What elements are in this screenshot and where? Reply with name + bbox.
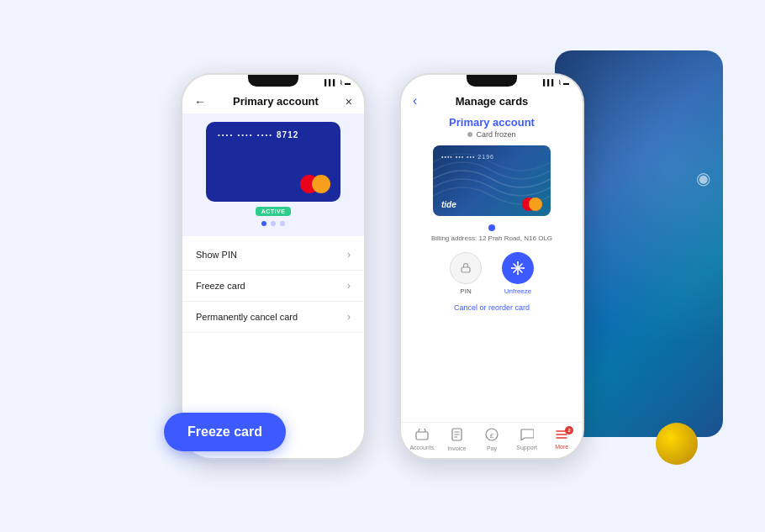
- nav-more[interactable]: 2 More: [544, 429, 579, 450]
- show-pin-item[interactable]: Show PIN ›: [182, 240, 364, 271]
- unfreeze-icon-circle: [502, 252, 534, 284]
- phone1-screen: ← Primary account × •••• •••• •••• 8712 …: [182, 88, 364, 458]
- tide-logo: tide: [441, 200, 456, 209]
- back-arrow-button[interactable]: ←: [194, 95, 206, 108]
- svg-point-8: [523, 267, 525, 269]
- mc-orange-circle: [312, 175, 330, 193]
- support-svg-icon: [520, 429, 534, 440]
- more-badge: 2: [565, 426, 573, 435]
- pay-icon: £: [485, 428, 499, 444]
- freeze-card-button[interactable]: Freeze card: [164, 413, 286, 451]
- pin-action[interactable]: PIN: [450, 252, 482, 295]
- freeze-card-label: Freeze card: [196, 281, 245, 291]
- signal-icon-2: ▍▍▍: [543, 80, 556, 87]
- accounts-icon: [415, 429, 429, 443]
- freeze-button-float: Freeze card: [164, 413, 286, 451]
- support-nav-label: Support: [516, 445, 537, 450]
- nav-invoice[interactable]: Invoice: [440, 428, 475, 451]
- phone2-header: ‹ Manage cards: [401, 88, 583, 111]
- dot-1: [261, 221, 266, 226]
- phone1-notch: [248, 75, 298, 87]
- pay-nav-label: Pay: [487, 445, 497, 451]
- svg-point-5: [517, 261, 519, 263]
- frozen-dot: [467, 132, 472, 137]
- back-chevron-button[interactable]: ‹: [413, 93, 417, 108]
- svg-point-6: [517, 273, 519, 275]
- wifi-icon-2: ⌇: [558, 80, 561, 87]
- invoice-nav-label: Invoice: [447, 445, 466, 451]
- pin-label: PIN: [460, 287, 471, 295]
- battery-icon: ▬: [345, 80, 351, 86]
- show-pin-label: Show PIN: [196, 250, 237, 260]
- card-carousel-dots: [261, 221, 285, 226]
- phone2-notch: [467, 75, 517, 87]
- invoice-svg-icon: [451, 428, 462, 441]
- signal-icon: ▍▍▍: [324, 80, 337, 87]
- tide-card-number: •••• ••• ••• 2196: [441, 154, 494, 160]
- nav-support[interactable]: Support: [509, 429, 545, 450]
- phone1-wrapper: ▍▍▍ ⌇ ▬ ← Primary account × •••• •••• ••…: [181, 73, 366, 460]
- close-button[interactable]: ×: [346, 95, 352, 108]
- wifi-ripple-decoration: ◉: [696, 168, 721, 193]
- card-last-digits: 8712: [277, 130, 298, 140]
- svg-rect-9: [416, 432, 428, 440]
- accounts-nav-label: Accounts: [409, 445, 434, 450]
- show-pin-arrow: ›: [347, 249, 351, 261]
- dot-3: [280, 221, 285, 226]
- active-badge: ACTIVE: [256, 207, 292, 216]
- card-area: •••• •••• •••• 8712 ACTIVE: [182, 113, 364, 236]
- unfreeze-action[interactable]: Unfreeze: [502, 252, 534, 295]
- svg-text:£: £: [490, 432, 494, 440]
- tide-mastercard: [522, 198, 542, 211]
- phone1-header: ← Primary account ×: [182, 88, 364, 113]
- manage-content: Primary account Card frozen •••• ••• •••…: [401, 111, 583, 422]
- page-title: Primary account: [233, 95, 319, 108]
- battery-icon-2: ▬: [563, 80, 569, 86]
- invoice-icon: [451, 428, 462, 444]
- gold-coin-decoration: [656, 423, 698, 465]
- more-badge-wrapper: 2: [555, 429, 568, 442]
- wifi-icon: ⌇: [340, 80, 342, 87]
- tide-card: •••• ••• ••• 2196 tide: [433, 145, 551, 216]
- snowflake-icon: [510, 261, 525, 276]
- tide-mc-orange: [529, 198, 542, 211]
- nav-accounts[interactable]: Accounts: [404, 429, 440, 450]
- billing-indicator-dot: [488, 224, 495, 231]
- unfreeze-label: Unfreeze: [504, 287, 531, 295]
- status-icons: ▍▍▍ ⌇ ▬: [324, 80, 351, 87]
- freeze-card-arrow: ›: [347, 280, 351, 292]
- key-icon: [459, 261, 472, 275]
- cancel-card-label: Permanently cancel card: [196, 312, 298, 322]
- cancel-card-arrow: ›: [347, 311, 351, 323]
- cancel-card-item[interactable]: Permanently cancel card ›: [182, 302, 364, 333]
- phone1: ▍▍▍ ⌇ ▬ ← Primary account × •••• •••• ••…: [181, 73, 366, 460]
- manage-cards-title: Manage cards: [456, 95, 529, 108]
- nav-pay[interactable]: £ Pay: [474, 428, 509, 451]
- svg-rect-0: [462, 267, 470, 272]
- bank-card: •••• •••• •••• 8712: [206, 122, 340, 202]
- dot-2: [271, 221, 276, 226]
- phone2: ▍▍▍ ⌇ ▬ ‹ Manage cards Primary account C…: [399, 73, 584, 460]
- bottom-nav: Accounts Invoice £: [401, 422, 583, 458]
- frozen-label: Card frozen: [476, 130, 515, 139]
- phone2-screen: ‹ Manage cards Primary account Card froz…: [401, 88, 583, 458]
- pin-icon-circle: [450, 252, 482, 284]
- primary-account-title: Primary account: [449, 116, 535, 129]
- card-masked-number: •••• •••• ••••: [218, 131, 273, 139]
- cancel-reorder-link[interactable]: Cancel or reorder card: [454, 303, 530, 312]
- billing-address: Billing address: 12 Prah Road, N16 OLG: [431, 234, 552, 242]
- more-icon: 2: [555, 429, 568, 442]
- pay-svg-icon: £: [485, 428, 499, 441]
- freeze-card-item[interactable]: Freeze card ›: [182, 271, 364, 302]
- accounts-svg-icon: [415, 429, 429, 440]
- more-nav-label: More: [555, 444, 568, 450]
- action-icons: PIN: [450, 252, 534, 295]
- mastercard-logo: [300, 175, 330, 193]
- svg-point-7: [511, 267, 513, 269]
- card-frozen-status: Card frozen: [467, 130, 515, 139]
- status-icons-2: ▍▍▍ ⌇ ▬: [543, 80, 569, 87]
- support-icon: [520, 429, 534, 443]
